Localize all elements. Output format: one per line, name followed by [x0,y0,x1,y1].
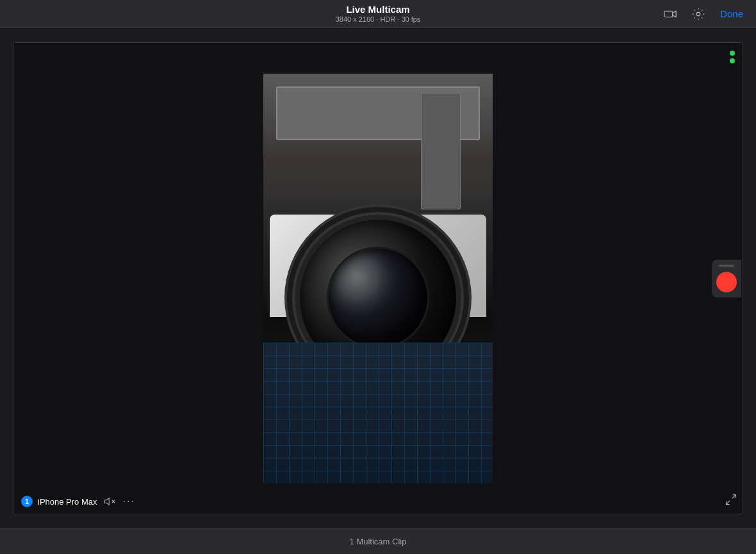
camera-feed [263,74,493,484]
status-dot-1 [730,51,735,56]
record-panel [711,259,743,297]
status-indicators [730,51,735,63]
done-button[interactable]: Done [718,8,746,19]
status-dot-2 [730,58,735,63]
top-bar: Live Multicam 3840 x 2160 · HDR · 30 fps… [0,0,756,28]
svg-rect-0 [664,11,673,17]
svg-marker-1 [673,11,677,17]
record-panel-background [712,259,741,297]
top-bar-actions: Done [661,5,746,23]
device-name-label: iPhone Pro Max [38,497,97,507]
footer-text: 1 Multicam Clip [350,537,407,546]
dark-side-left [13,43,264,514]
device-info-bar: 1 iPhone Pro Max ··· [13,494,743,509]
header-title-group: Live Multicam 3840 x 2160 · HDR · 30 fps [336,4,421,24]
mute-button[interactable] [103,494,117,509]
video-container: 1 iPhone Pro Max ··· [13,42,743,514]
settings-icon[interactable] [689,5,707,23]
lens-background [263,74,493,484]
camera-switch-icon[interactable] [661,5,679,23]
more-options-button[interactable]: ··· [122,494,136,509]
svg-point-2 [696,12,700,16]
device-number-badge: 1 [21,496,33,507]
app-title: Live Multicam [336,4,421,15]
equipment-rig [263,74,493,215]
footer: 1 Multicam Clip [0,528,756,554]
record-button[interactable] [716,272,737,292]
main-content: 1 iPhone Pro Max ··· [0,28,756,528]
expand-button[interactable] [725,493,737,509]
dark-side-right [522,43,743,514]
cutting-mat [263,343,493,484]
camera-preview [263,74,493,484]
drag-handle [719,265,734,266]
video-spec: 3840 x 2160 · HDR · 30 fps [336,15,421,24]
lens-inner [327,247,429,349]
